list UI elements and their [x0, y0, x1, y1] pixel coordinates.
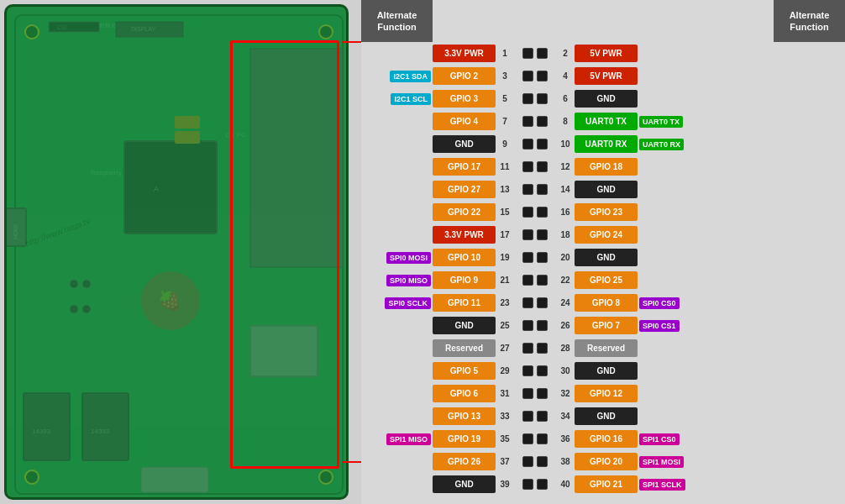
pin-label-left: GPIO 4 — [433, 113, 496, 131]
center-connector — [514, 433, 556, 444]
svg-point-3 — [25, 470, 39, 484]
pin-label-right: GPIO 25 — [575, 271, 638, 290]
alt-func-left: SPI0 SCLK — [361, 291, 433, 314]
svg-text:14393: 14393 — [91, 428, 110, 435]
svg-text:🍓: 🍓 — [158, 289, 181, 312]
alt-func-left — [361, 133, 433, 155]
svg-point-2 — [319, 25, 333, 39]
alt-func-right — [638, 178, 709, 201]
board-area: Made in P.R.C. Raspberry Pi 2 Model B A … — [0, 0, 361, 504]
svg-rect-7 — [124, 141, 217, 234]
alt-func-right — [638, 155, 709, 178]
pin-num-left: 29 — [496, 366, 514, 375]
pin-num-right: 34 — [556, 412, 575, 421]
alt-func-left — [361, 337, 433, 360]
alt-func-left — [361, 405, 433, 428]
pin-num-left: 5 — [496, 94, 514, 103]
center-connector — [514, 207, 556, 218]
pin-row: GPIO 6 31 32 GPIO 12 — [361, 382, 845, 405]
alt-func-left — [361, 201, 433, 223]
alt-func-right — [638, 65, 709, 87]
pin-label-right: GPIO 23 — [575, 203, 638, 222]
center-connector — [514, 365, 556, 376]
alt-func-right: SPI0 CS0 — [638, 291, 709, 314]
alt-func-right — [638, 405, 709, 428]
pin-num-right: 22 — [556, 276, 575, 285]
pin-num-left: 25 — [496, 321, 514, 330]
svg-text:CE: CE — [225, 131, 234, 139]
pin-label-left: GPIO 11 — [433, 294, 496, 312]
alt-func-right: UART0 RX — [638, 133, 709, 155]
pin-label-right: 5V PWR — [575, 45, 638, 63]
pin-row: I2C1 SDA GPIO 2 3 4 5V PWR — [361, 65, 845, 87]
svg-text:DISPLAY: DISPLAY — [131, 26, 155, 32]
pin-num-left: 39 — [496, 480, 514, 489]
center-connector — [514, 388, 556, 399]
pin-label-right: GND — [575, 362, 638, 381]
pin-label-right: GND — [575, 181, 638, 199]
center-connector — [514, 93, 556, 104]
pin-num-left: 17 — [496, 230, 514, 239]
pin-rows: 3.3V PWR 1 2 5V PWR I2C1 SDA GPIO 2 3 4 … — [361, 42, 845, 504]
pin-label-left: GND — [433, 135, 496, 154]
alt-func-right — [638, 382, 709, 405]
center-connector — [514, 275, 556, 286]
alt-func-left: SPI1 MISO — [361, 428, 433, 450]
pin-num-right: 36 — [556, 434, 575, 444]
pin-label-left: GPIO 22 — [433, 203, 496, 222]
pin-label-left: GPIO 27 — [433, 181, 496, 199]
pin-num-right: 26 — [556, 321, 575, 330]
pin-label-left: GND — [433, 317, 496, 335]
pin-label-right: GPIO 21 — [575, 475, 638, 494]
pin-num-left: 1 — [496, 49, 514, 58]
pin-label-right: GPIO 12 — [575, 385, 638, 403]
center-connector — [514, 297, 556, 308]
pin-row: SPI0 MISO GPIO 9 21 22 GPIO 25 — [361, 269, 845, 291]
pin-label-right: GND — [575, 90, 638, 108]
pin-num-left: 13 — [496, 185, 514, 194]
alt-func-left — [361, 360, 433, 382]
pin-num-left: 37 — [496, 457, 514, 466]
pin-label-left: 3.3V PWR — [433, 226, 496, 244]
alt-func-right: SPI1 CS0 — [638, 428, 709, 450]
pin-num-right: 20 — [556, 253, 575, 262]
svg-point-4 — [319, 470, 333, 484]
pin-label-left: GPIO 6 — [433, 385, 496, 403]
alt-func-right — [638, 201, 709, 223]
pin-row: GPIO 27 13 14 GND — [361, 178, 845, 201]
pin-num-right: 40 — [556, 480, 575, 489]
alt-func-right — [638, 360, 709, 382]
pin-label-left: GPIO 5 — [433, 362, 496, 381]
svg-rect-30 — [49, 22, 99, 32]
pin-diagram: Alternate Function Alternate Function 3.… — [361, 0, 845, 504]
svg-text:CSI: CSI — [57, 24, 67, 30]
pin-num-left: 19 — [496, 253, 514, 262]
pin-label-right: 5V PWR — [575, 67, 638, 86]
pin-num-right: 18 — [556, 230, 575, 239]
pin-label-right: GPIO 18 — [575, 158, 638, 176]
alt-func-left — [361, 178, 433, 201]
header-left: Alternate Function — [361, 0, 433, 42]
pin-row: SPI0 MOSI GPIO 10 19 20 GND — [361, 246, 845, 269]
header-right: Alternate Function — [774, 0, 845, 42]
center-connector — [514, 139, 556, 150]
svg-rect-14 — [82, 393, 129, 460]
pin-num-right: 38 — [556, 457, 575, 466]
pin-num-left: 15 — [496, 207, 514, 217]
alt-func-right: SPI1 MOSI — [638, 450, 709, 473]
svg-rect-25 — [175, 131, 200, 144]
alt-func-right — [638, 337, 709, 360]
pin-label-left: GND — [433, 475, 496, 494]
pin-label-right: GPIO 16 — [575, 430, 638, 449]
alt-func-left — [361, 42, 433, 65]
svg-rect-19 — [250, 326, 318, 376]
svg-rect-17 — [141, 467, 208, 492]
pin-label-left: GPIO 3 — [433, 90, 496, 108]
alt-func-right — [638, 223, 709, 246]
pin-row: GND 9 10 UART0 RX UART0 RX — [361, 133, 845, 155]
alt-func-right: SPI1 SCLK — [638, 473, 709, 496]
pin-row: GPIO 13 33 34 GND — [361, 405, 845, 428]
pin-num-right: 8 — [556, 117, 575, 126]
pin-num-left: 27 — [496, 344, 514, 353]
pin-label-right: GPIO 24 — [575, 226, 638, 244]
